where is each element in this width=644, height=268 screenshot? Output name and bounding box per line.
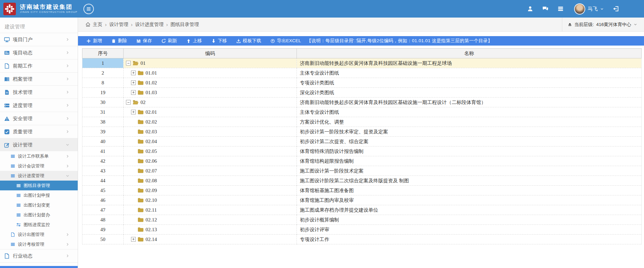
logout-icon[interactable] [613, 6, 619, 12]
apps-menu-icon[interactable] [558, 6, 564, 12]
row-code: 02.13 [146, 227, 157, 233]
level-label: 当前层级: [574, 22, 594, 28]
sidebar-item-设计进度管理[interactable]: 设计进度管理 [0, 171, 78, 181]
arrow-down-icon [211, 39, 216, 43]
table-row[interactable]: 8 + 01.02 专项设计类图纸 [82, 78, 642, 88]
breadcrumb-item[interactable]: 图纸目录管理 [171, 22, 199, 28]
table-row[interactable]: 38 02.02 方案设计优化、调整 [82, 117, 642, 127]
username: 马飞 [588, 6, 598, 12]
breadcrumb-item[interactable]: 设计进度管理 [135, 22, 163, 28]
row-name: 深化设计类图纸 [297, 88, 642, 98]
table-row[interactable]: 31 + 02.01 主体专业设计图纸 [82, 107, 642, 117]
sidebar-item-出图计划督办[interactable]: 出图计划督办 [0, 210, 78, 220]
breadcrumb-home[interactable]: 主页 [93, 22, 102, 28]
toolbar-button-上移[interactable]: 上移 [186, 38, 202, 44]
row-name: 体育馆特殊消防设计报告编制 [297, 146, 642, 156]
catalog-grid: 序号 编码 名称 1 − 01 济南新旧动能转换起步区黄河体育及科技园区基础设施… [82, 48, 642, 244]
sidebar-item-前期工作[interactable]: 前期工作 [0, 59, 78, 72]
sidebar-item-项目门户[interactable]: 项目门户 [0, 33, 78, 46]
table-row[interactable]: 1 − 01 济南新旧动能转换起步区黄河体育及科技园区基础设施一期工程足球场 [82, 58, 642, 68]
folder-closed-icon [138, 168, 144, 173]
table-row[interactable]: 50 + 02.14 专项设计工作 [82, 235, 642, 244]
user-icon[interactable] [527, 6, 533, 12]
table-row[interactable]: 49 02.13 初步设计评审 [82, 225, 642, 235]
table-row[interactable]: 42 02.06 体育馆结构超限报告编制 [82, 156, 642, 166]
messages-icon[interactable] [542, 6, 548, 12]
sidebar-item-出图计划变更[interactable]: 出图计划变更 [0, 200, 78, 210]
row-code-cell: + 01.01 [124, 68, 297, 78]
user-menu[interactable]: 马飞 [573, 3, 604, 15]
table-row[interactable]: 30 − 02 济南新旧动能转换起步区黄河体育及科技园区基础设施一期工程设计（二… [82, 98, 642, 107]
toolbar-button-刷新[interactable]: 刷新 [161, 38, 177, 44]
sidebar-item-进度管理[interactable]: 进度管理 [0, 99, 78, 112]
row-name: 初步设计概算编制 [297, 215, 642, 225]
warning-icon [4, 116, 10, 122]
sidebar-item-label: 图纸进度监控 [24, 222, 50, 228]
avatar[interactable] [574, 3, 585, 15]
table-row[interactable]: 46 02.10 体育馆施工图内审及校审 [82, 195, 642, 205]
expander-toggle[interactable]: + [131, 80, 136, 85]
toolbar-button-删除[interactable]: 删除 [111, 38, 127, 44]
sidebar-item-行业动态[interactable]: 行业动态 [0, 249, 78, 262]
row-name: 体育馆结构超限报告编制 [297, 156, 642, 166]
table-row[interactable]: 41 02.05 体育馆特殊消防设计报告编制 [82, 146, 642, 156]
chevron-down-icon [66, 174, 70, 178]
toolbar-button-导出EXCEL[interactable]: 导出EXCEL [271, 38, 301, 44]
sidebar-item-技术管理[interactable]: 技术管理 [0, 85, 78, 99]
table-row[interactable]: 43 02.07 施工图设计第一阶段技术定案 [82, 166, 642, 176]
sidebar-item-图纸进度监控[interactable]: 图纸进度监控 [0, 220, 78, 230]
toolbar-button-下移[interactable]: 下移 [211, 38, 227, 44]
row-seq: 44 [82, 176, 124, 186]
sidebar-item-安全管理[interactable]: 安全管理 [0, 112, 78, 125]
breadcrumb-item[interactable]: 设计管理 [109, 22, 128, 28]
chevron-right-icon [66, 130, 70, 134]
chevron-right-icon [66, 64, 70, 68]
brand: 济南城市建设集团 JINAN CITY CONSTRUCTION GROUP [3, 3, 94, 15]
table-row[interactable]: 40 02.04 初步设计第二次提资、综合定案 [82, 137, 642, 146]
sidebar-item-label: 行业动态 [13, 253, 32, 259]
sidebar-item-项目动态[interactable]: 项目动态 [0, 46, 78, 59]
folder-open-icon [133, 61, 138, 65]
sidebar-item-质量管理[interactable]: 质量管理 [0, 125, 78, 138]
sidebar-item-设计工作联系单[interactable]: 设计工作联系单 [0, 151, 78, 161]
expander-toggle[interactable]: + [131, 110, 136, 114]
expander-toggle[interactable]: + [131, 71, 136, 75]
sidebar-item-设计出图管理[interactable]: 设计出图管理 [0, 230, 78, 239]
row-name: 济南新旧动能转换起步区黄河体育及科技园区基础设施一期工程设计（二标段体育馆） [297, 98, 642, 107]
folder-closed-icon [138, 159, 144, 163]
sidebar-item-设计考核管理[interactable]: 设计考核管理 [0, 239, 78, 249]
table-row[interactable]: 44 02.08 施工图设计阶段第二次综合定案及终版提资及 制图 [82, 176, 642, 186]
bars-icon [10, 164, 15, 168]
chevron-right-icon [66, 242, 70, 246]
level-selector[interactable]: 当前层级: 416黄河体育中心 [562, 18, 644, 31]
table-row[interactable]: 19 + 01.03 深化设计类图纸 [82, 88, 642, 98]
row-code-cell: 02.08 [124, 176, 297, 186]
row-code-cell: + 02.14 [124, 235, 297, 244]
table-row[interactable]: 45 02.09 体育馆桩基施工图准备图 [82, 186, 642, 195]
row-code: 02.12 [146, 217, 157, 223]
table-row[interactable]: 47 02.11 施工图成果存档办理并提交建设单位 [82, 205, 642, 215]
folder-closed-icon [138, 217, 144, 222]
toolbar-button-保存[interactable]: 保存 [136, 38, 152, 44]
row-code: 01.03 [146, 90, 157, 96]
sidebar-item-出图计划申报[interactable]: 出图计划申报 [0, 190, 78, 200]
sidebar-item-图纸目录管理[interactable]: 图纸目录管理 [0, 181, 78, 190]
home-icon [85, 22, 91, 27]
table-row[interactable]: 2 + 01.01 主体专业设计图纸 [82, 68, 642, 78]
sidebar-item-档案管理[interactable]: 档案管理 [0, 72, 78, 85]
expander-toggle[interactable]: − [126, 100, 131, 105]
toolbar-button-新增[interactable]: 新增 [86, 38, 102, 44]
expander-toggle[interactable]: − [126, 61, 131, 65]
row-name: 济南新旧动能转换起步区黄河体育及科技园区基础设施一期工程足球场 [297, 58, 642, 68]
table-row[interactable]: 48 02.12 初步设计概算编制 [82, 215, 642, 225]
expander-toggle[interactable]: + [131, 237, 136, 242]
sidebar-item-设计管理[interactable]: 设计管理 [0, 138, 78, 151]
expander-toggle[interactable]: + [131, 90, 136, 95]
toolbar-button-模板下载[interactable]: 模板下载 [236, 38, 261, 44]
chevron-right-icon [66, 37, 70, 42]
table-row[interactable]: 39 02.03 初步设计第一阶段技术审定、提资及定案 [82, 127, 642, 137]
sidebar-item-label: 项目动态 [13, 50, 32, 56]
sidebar-item-设计会议管理[interactable]: 设计会议管理 [0, 161, 78, 171]
sidebar-item-label: 设计会议管理 [18, 163, 44, 169]
sidebar-toggle-button[interactable] [83, 4, 94, 14]
